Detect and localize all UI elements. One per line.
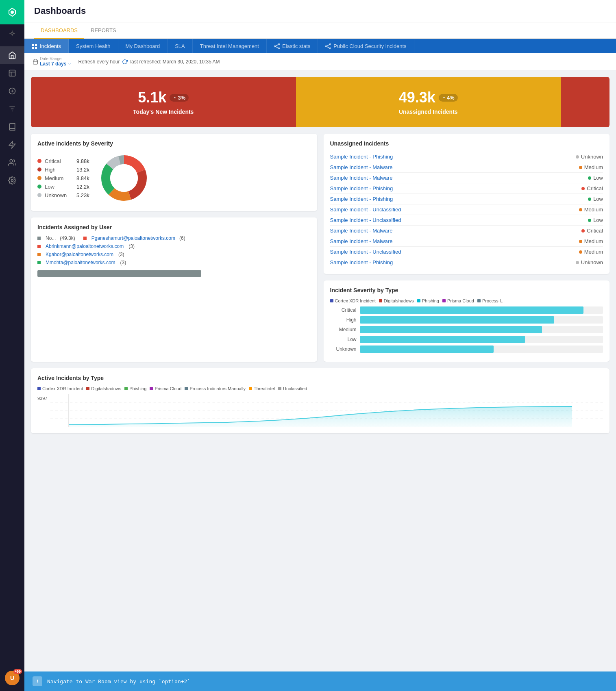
severity-type-bar-chart: Critical High Medium Low xyxy=(330,306,603,353)
donut-chart xyxy=(98,152,150,204)
assigned-user-title: Incidents Assigned by User xyxy=(37,224,311,230)
metric-label-unassigned: Unassigned Incidents xyxy=(399,109,458,115)
page-title: Dashboards xyxy=(34,6,606,16)
inc-sev-8: Medium xyxy=(579,238,603,244)
inc-name-1[interactable]: Sample Incident - Malware xyxy=(330,164,393,170)
donut-section: Critical 9.88k High 13.2k Medium xyxy=(37,152,311,204)
svg-point-17 xyxy=(278,48,279,49)
inc-name-6[interactable]: Sample Incident - Unclassified xyxy=(330,217,401,223)
assigned-user-widget: Incidents Assigned by User No... (49.3k)… xyxy=(31,217,317,362)
sidebar-item-home[interactable] xyxy=(0,46,24,64)
tab-reports[interactable]: REPORTS xyxy=(84,22,123,39)
svg-point-20 xyxy=(326,46,327,47)
notification-icon: ! xyxy=(33,676,42,686)
inc-sev-1: Medium xyxy=(579,164,603,170)
pin-button[interactable] xyxy=(0,24,24,42)
sidebar-item-reports[interactable] xyxy=(0,64,24,82)
sidebar-item-gear[interactable] xyxy=(0,172,24,189)
inc-name-9[interactable]: Sample Incident - Unclassified xyxy=(330,249,401,255)
bar-row-critical: Critical xyxy=(330,306,603,314)
line-chart-container: 9397 xyxy=(37,394,603,427)
inc-sev-6: Low xyxy=(588,217,603,223)
svg-rect-13 xyxy=(32,47,34,49)
inc-name-4[interactable]: Sample Incident - Phishing xyxy=(330,196,393,202)
severity-widget-title: Active Incidents by Severity xyxy=(37,140,311,147)
metric-badge-new-incidents: 3% xyxy=(170,94,189,102)
dash-tab-public-cloud[interactable]: Public Cloud Security Incidents xyxy=(318,39,414,53)
bar-row-medium: Medium xyxy=(330,326,603,333)
legend-chip-process: Process I... xyxy=(477,298,505,303)
svg-rect-14 xyxy=(35,47,37,49)
inc-name-2[interactable]: Sample Incident - Malware xyxy=(330,175,393,181)
sidebar-item-team[interactable] xyxy=(0,154,24,172)
inc-name-10[interactable]: Sample Incident - Phishing xyxy=(330,259,393,265)
sidebar-item-marketplace[interactable] xyxy=(0,82,24,100)
inc-sev-4: Low xyxy=(588,196,603,202)
dashboard-tabs: Incidents System Health My Dashboard SLA… xyxy=(24,39,616,53)
severity-type-legend: Cortex XDR Incident Digitalshadows Phish… xyxy=(330,298,603,303)
svg-point-15 xyxy=(274,46,275,47)
top-tab-bar: DASHBOARDS REPORTS xyxy=(24,22,616,39)
legend-chip-process2: Process Indicators Manually xyxy=(185,386,246,391)
date-range-value[interactable]: Last 7 days xyxy=(40,61,72,67)
main-widget-row: Active Incidents by Severity Critical 9.… xyxy=(31,134,609,362)
inc-name-5[interactable]: Sample Incident - Unclassified xyxy=(330,206,401,213)
dash-tab-system-health[interactable]: System Health xyxy=(69,39,118,53)
y-axis-label: 9397 xyxy=(37,396,47,401)
inc-name-3[interactable]: Sample Incident - Phishing xyxy=(330,185,393,191)
svg-point-2 xyxy=(11,32,13,34)
dash-tab-threat-intel[interactable]: Threat Intel Management xyxy=(193,39,267,53)
svg-rect-12 xyxy=(35,44,37,46)
date-range-control[interactable]: Date Range Last 7 days xyxy=(33,56,72,67)
sidebar-item-docs[interactable] xyxy=(0,118,24,136)
legend-item-low: Low 12.2k xyxy=(37,184,89,190)
legend-chip-digital2: Digitalshadows xyxy=(86,386,121,391)
svg-point-10 xyxy=(11,180,13,182)
inc-name-7[interactable]: Sample Incident - Malware xyxy=(330,228,393,234)
svg-point-22 xyxy=(330,48,331,49)
dash-tab-sla[interactable]: SLA xyxy=(168,39,193,53)
legend-item-high: High 13.2k xyxy=(37,167,89,173)
dash-tab-my-dashboard[interactable]: My Dashboard xyxy=(118,39,168,53)
bar-fill-high xyxy=(360,316,555,324)
main-content: Dashboards DASHBOARDS REPORTS Incidents … xyxy=(24,0,616,691)
metric-card-new-incidents: 5.1k 3% Today's New Incidents xyxy=(31,77,296,127)
user-dot-2 xyxy=(37,253,41,256)
legend-chip-unclassified: Unclassified xyxy=(278,386,307,391)
bar-fill-unknown xyxy=(360,346,494,353)
inc-name-8[interactable]: Sample Incident - Malware xyxy=(330,238,393,244)
inc-name-0[interactable]: Sample Incident - Phishing xyxy=(330,154,393,160)
inc-sev-5: Medium xyxy=(579,206,603,213)
metric-label-new-incidents: Today's New Incidents xyxy=(133,109,194,115)
bar-fill-medium xyxy=(360,326,542,333)
inc-sev-7: Critical xyxy=(581,228,603,234)
legend-item-unknown: Unknown 5.23k xyxy=(37,192,89,198)
dash-tab-incidents[interactable]: Incidents xyxy=(24,39,69,53)
legend-chip-prisma2: Prisma Cloud xyxy=(150,386,181,391)
bar-row-high: High xyxy=(330,316,603,324)
dash-tab-elastic-stats[interactable]: Elastic stats xyxy=(267,39,318,53)
legend-chip-prisma: Prisma Cloud xyxy=(442,298,474,303)
user-row-0: No... (49.3k) Pganeshamurt@paloaltonetwo… xyxy=(37,235,311,241)
inc-sev-10: Unknown xyxy=(576,259,603,265)
bar-fill-low xyxy=(360,336,525,343)
svg-point-21 xyxy=(330,43,331,45)
sidebar-bottom: U +99 xyxy=(5,671,20,691)
user-row-1: Abrinkmann@paloaltonetworks.com (3) xyxy=(37,243,311,249)
last-refreshed: last refreshed: March 30, 2020, 10:35 AM xyxy=(130,59,220,65)
user-dot-1 xyxy=(37,245,41,248)
severity-type-widget: Incident Severity by Type Cortex XDR Inc… xyxy=(324,280,610,362)
svg-point-35 xyxy=(110,164,138,192)
inc-row-7: Sample Incident - Malware Critical xyxy=(330,226,603,236)
notification-text: Navigate to War Room view by using `opti… xyxy=(47,678,190,684)
active-type-widget: Active Incidents by Type Cortex XDR Inci… xyxy=(31,368,609,433)
unassigned-widget-title: Unassigned Incidents xyxy=(330,140,603,147)
sidebar-item-filters[interactable] xyxy=(0,100,24,118)
user-avatar-wrap[interactable]: U +99 xyxy=(5,671,20,685)
app-logo[interactable] xyxy=(0,0,24,24)
tab-dashboards[interactable]: DASHBOARDS xyxy=(34,22,84,39)
sidebar-item-lightning[interactable] xyxy=(0,136,24,154)
date-bar: Date Range Last 7 days Refresh every hou… xyxy=(24,53,616,70)
severity-type-title: Incident Severity by Type xyxy=(330,287,603,293)
svg-marker-8 xyxy=(9,141,15,148)
